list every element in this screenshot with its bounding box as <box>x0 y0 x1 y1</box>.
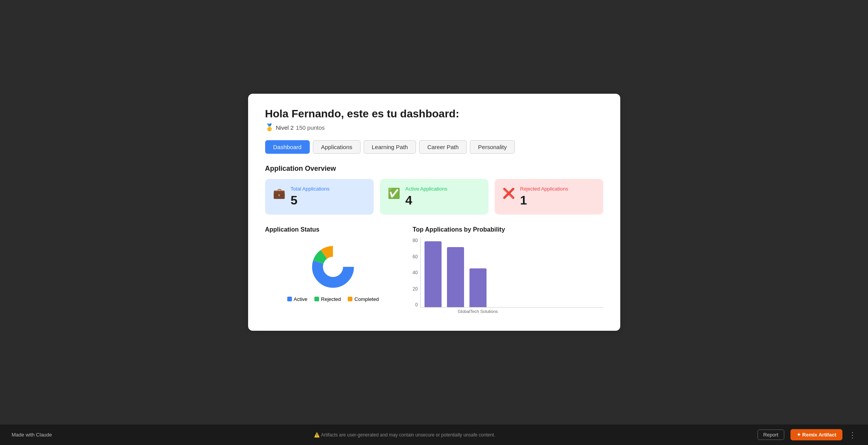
stat-card-rejected: ❌ Rejected Applications 1 <box>495 179 603 215</box>
x-label-globaltech: GlobalTech Solutions <box>454 309 501 314</box>
bottom-bar: Made with Claude ⚠️ Artifacts are user-g… <box>0 424 868 445</box>
bar-chart-inner: 80 60 40 20 0 <box>412 238 603 308</box>
tabs-row: Dashboard Applications Learning Path Car… <box>265 140 603 154</box>
legend-active: Active <box>287 296 307 302</box>
pie-chart-area: Active Rejected Completed <box>265 238 401 308</box>
rejected-icon: ❌ <box>502 187 515 199</box>
bottom-right-actions: Report ✦ Remix Artifact ⋮ <box>758 429 856 440</box>
legend-dot-completed <box>348 297 352 301</box>
active-icon: ✅ <box>388 187 400 199</box>
total-label: Total Applications <box>291 186 330 192</box>
level-label: Nivel 2 <box>276 124 294 131</box>
legend-label-rejected: Rejected <box>321 296 341 302</box>
y-label-80: 80 <box>412 238 418 243</box>
rejected-label: Rejected Applications <box>520 186 568 192</box>
chart-legend: Active Rejected Completed <box>287 296 379 302</box>
y-label-0: 0 <box>415 302 418 308</box>
bar-chart-title: Top Applications by Probability <box>412 226 603 233</box>
stat-card-active: ✅ Active Applications 4 <box>380 179 488 215</box>
app-status-section: Application Status <box>265 226 401 314</box>
total-value: 5 <box>291 193 330 208</box>
bar-col-1 <box>425 241 442 307</box>
bar-chart-section: Top Applications by Probability 80 60 40… <box>412 226 603 314</box>
bars-area <box>420 238 603 308</box>
tab-learning-path[interactable]: Learning Path <box>364 140 416 154</box>
x-labels: GlobalTech Solutions <box>412 309 603 314</box>
bar-col-2 <box>447 247 464 307</box>
legend-label-active: Active <box>294 296 307 302</box>
tab-career-path[interactable]: Career Path <box>419 140 467 154</box>
tab-personality[interactable]: Personality <box>470 140 515 154</box>
tab-applications[interactable]: Applications <box>313 140 361 154</box>
y-label-20: 20 <box>412 286 418 292</box>
medal-icon: 🥇 <box>265 123 274 132</box>
y-axis: 80 60 40 20 0 <box>412 238 420 308</box>
bottom-left-text: Made with Claude <box>12 432 52 438</box>
stats-row: 💼 Total Applications 5 ✅ Active Applicat… <box>265 179 603 215</box>
overview-title: Application Overview <box>265 165 603 173</box>
legend-rejected: Rejected <box>314 296 341 302</box>
bar-1 <box>425 241 442 307</box>
dashboard-card: Hola Fernando, este es tu dashboard: 🥇 N… <box>248 94 620 331</box>
bar-col-3 <box>469 268 487 307</box>
bar-chart-wrapper: 80 60 40 20 0 <box>412 238 603 314</box>
legend-dot-rejected <box>314 297 319 301</box>
bar-3 <box>469 268 487 307</box>
legend-dot-active <box>287 297 292 301</box>
legend-completed: Completed <box>348 296 379 302</box>
x-label-1 <box>432 309 449 314</box>
rejected-value: 1 <box>520 193 568 208</box>
more-button[interactable]: ⋮ <box>849 430 856 440</box>
active-label: Active Applications <box>406 186 447 192</box>
app-status-title: Application Status <box>265 226 401 233</box>
report-button[interactable]: Report <box>758 430 784 440</box>
pie-svg <box>310 244 356 292</box>
legend-label-completed: Completed <box>354 296 379 302</box>
y-label-60: 60 <box>412 254 418 259</box>
active-value: 4 <box>406 193 447 208</box>
lower-section: Application Status <box>265 226 603 314</box>
y-label-40: 40 <box>412 270 418 275</box>
bottom-center-text: ⚠️ Artifacts are user-generated and may … <box>314 432 495 438</box>
tab-dashboard[interactable]: Dashboard <box>265 140 310 154</box>
total-icon: 💼 <box>273 187 285 199</box>
greeting-text: Hola Fernando, este es tu dashboard: <box>265 108 603 120</box>
remix-button[interactable]: ✦ Remix Artifact <box>790 429 842 440</box>
bar-2 <box>447 247 464 307</box>
stat-card-total: 💼 Total Applications 5 <box>265 179 374 215</box>
points-label: 150 puntos <box>296 124 324 131</box>
